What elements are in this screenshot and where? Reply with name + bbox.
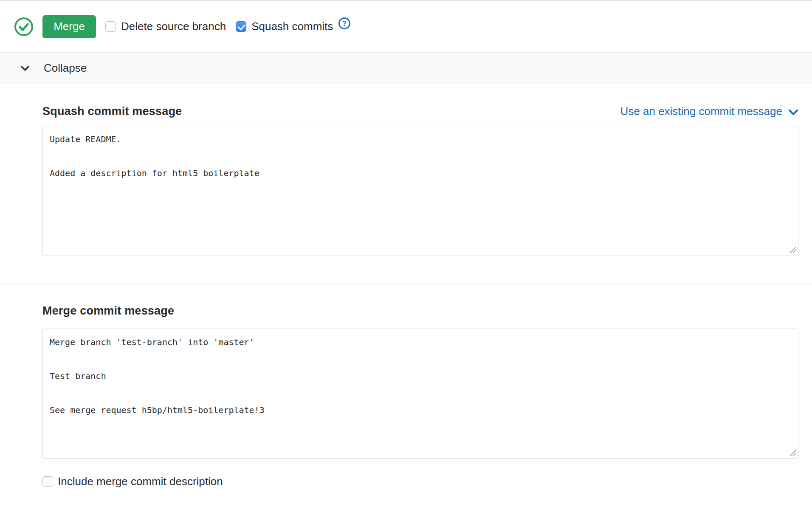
delete-source-branch-option: Delete source branch	[105, 20, 226, 33]
delete-source-branch-checkbox[interactable]	[105, 21, 116, 32]
merge-request-widget: Merge Delete source branch Squash commit…	[0, 0, 812, 506]
help-question-icon[interactable]: ?	[338, 17, 351, 30]
resize-handle-icon[interactable]	[788, 448, 797, 457]
squash-commits-label[interactable]: Squash commits	[251, 20, 333, 33]
squash-message-textarea[interactable]: Update README. Added a description for h…	[42, 126, 798, 256]
merge-section-header: Merge commit message	[42, 284, 798, 318]
squash-commit-heading: Squash commit message	[42, 105, 182, 118]
help-glyph: ?	[342, 20, 347, 28]
chevron-down-icon	[788, 109, 798, 115]
squash-section-header: Squash commit message Use an existing co…	[42, 84, 798, 118]
include-description-label[interactable]: Include merge commit description	[58, 475, 223, 488]
use-existing-commit-label: Use an existing commit message	[620, 105, 782, 118]
check-circle-icon	[14, 17, 34, 37]
include-description-checkbox[interactable]	[42, 476, 53, 487]
resize-handle-icon[interactable]	[788, 245, 797, 254]
delete-source-branch-label[interactable]: Delete source branch	[121, 20, 226, 33]
squash-commits-checkbox[interactable]	[236, 21, 246, 32]
chevron-down-icon	[20, 65, 30, 71]
commit-messages-panel: Squash commit message Use an existing co…	[0, 84, 812, 488]
merge-button[interactable]: Merge	[42, 15, 96, 38]
merge-message-textarea[interactable]: Merge branch 'test-branch' into 'master'…	[42, 329, 798, 459]
collapse-toggle[interactable]: Collapse	[0, 53, 812, 84]
squash-message-field: Update README. Added a description for h…	[42, 126, 798, 256]
merge-action-bar: Merge Delete source branch Squash commit…	[0, 1, 812, 53]
squash-commits-option: Squash commits	[236, 20, 333, 33]
collapse-label: Collapse	[44, 62, 87, 75]
merge-commit-heading: Merge commit message	[42, 304, 174, 318]
include-description-option: Include merge commit description	[42, 475, 798, 488]
merge-message-field: Merge branch 'test-branch' into 'master'…	[42, 329, 798, 459]
use-existing-commit-link[interactable]: Use an existing commit message	[620, 105, 798, 118]
